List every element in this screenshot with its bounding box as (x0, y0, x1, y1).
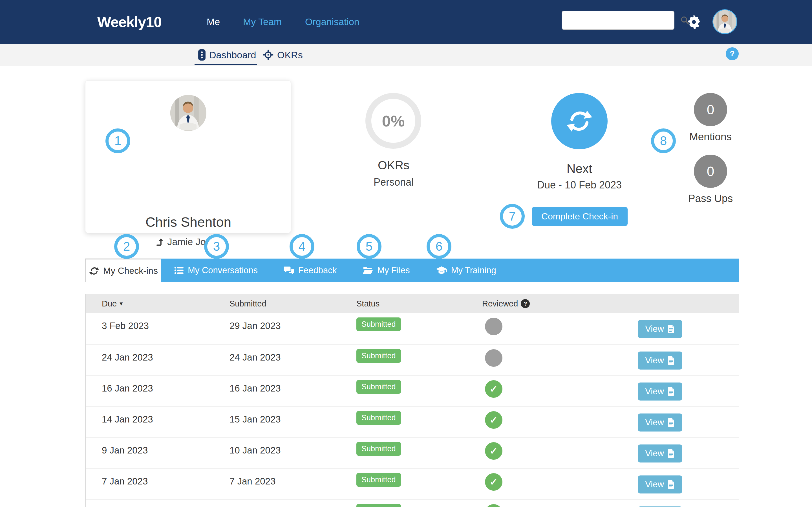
status-badge: Submitted (356, 442, 401, 456)
view-button[interactable]: View (638, 445, 682, 462)
profile-name: Chris Shenton (86, 214, 291, 230)
reviewed-indicator (485, 318, 502, 335)
submitted-date: 16 Jan 2023 (230, 383, 356, 394)
submitted-date: 29 Jan 2023 (230, 321, 356, 331)
due-date: 3 Feb 2023 (102, 321, 230, 331)
okr-percent: 0% (382, 112, 405, 130)
view-button[interactable]: View (638, 413, 682, 432)
column-header-status[interactable]: Status (356, 299, 482, 308)
dashboard-icon (198, 49, 206, 61)
tab-feedback[interactable]: Feedback (271, 259, 350, 282)
view-button[interactable]: View (638, 320, 682, 338)
nav-item-organisation[interactable]: Organisation (305, 0, 359, 44)
app-logo[interactable]: Weekly10 (97, 0, 161, 44)
status-badge: Submitted (356, 318, 401, 331)
folder-tab-my-files[interactable]: My Files (350, 259, 423, 282)
target-icon (263, 50, 273, 60)
graduation-cap-icon (436, 266, 447, 275)
due-date: 9 Jan 2023 (102, 445, 230, 456)
walkthrough-badge-8: 8 (651, 128, 676, 153)
next-checkin-title: Next (523, 162, 636, 176)
tab-my-conversations[interactable]: My Conversations (161, 259, 271, 282)
panel-tabbar: My Check-ins My Conversations (85, 259, 739, 282)
next-checkin-due: Due - 10 Feb 2023 (523, 179, 636, 191)
column-header-reviewed[interactable]: Reviewed ? (482, 299, 638, 308)
complete-checkin-button[interactable]: Complete Check-in (532, 207, 627, 226)
view-button[interactable]: View (638, 475, 682, 494)
document-icon (668, 325, 675, 333)
walkthrough-badge-4: 4 (290, 234, 314, 259)
pass-ups-count: 0 (694, 155, 727, 188)
user-avatar[interactable] (712, 9, 737, 34)
search-box (562, 11, 674, 30)
active-tab-underline (195, 64, 257, 65)
mentions-count: 0 (694, 93, 727, 126)
list-icon (174, 266, 184, 275)
document-icon (668, 449, 675, 458)
submitted-date: 15 Jan 2023 (230, 414, 356, 425)
tab-okrs-label: OKRs (277, 50, 303, 61)
sort-caret-icon[interactable]: ▾ (119, 300, 123, 307)
reviewed-indicator (485, 473, 502, 491)
tab-okrs[interactable]: OKRs (263, 44, 303, 66)
next-checkin-circle[interactable] (551, 93, 608, 149)
view-button[interactable]: View (638, 383, 682, 400)
table-row: 9 Jan 2023 10 Jan 2023 Submitted View (86, 437, 739, 468)
tab-dashboard[interactable]: Dashboard (198, 44, 256, 66)
reviewed-indicator (485, 380, 502, 398)
nav-item-my-team[interactable]: My Team (243, 0, 282, 44)
gear-icon[interactable] (687, 0, 701, 44)
table-row: 3 Feb 2023 29 Jan 2023 Submitted View (86, 313, 739, 344)
checkins-table: Due ▾ Submitted Status Reviewed ? 3 Feb … (85, 294, 739, 507)
status-badge: Submitted (356, 473, 401, 487)
document-icon (668, 356, 675, 365)
status-badge: Submitted (356, 504, 401, 507)
tab-my-checkins[interactable]: My Check-ins (85, 259, 161, 282)
okr-title: OKRs (351, 159, 436, 172)
okr-subtitle: Personal (351, 176, 436, 188)
search-input[interactable] (562, 11, 680, 29)
table-row: 16 Jan 2023 16 Jan 2023 Submitted View (86, 375, 739, 406)
due-date: 14 Jan 2023 (102, 414, 230, 425)
reviewed-help-icon[interactable]: ? (521, 299, 530, 308)
pass-ups-label: Pass Ups (660, 193, 761, 205)
status-badge: Submitted (356, 349, 401, 363)
walkthrough-badge-2: 2 (114, 234, 139, 259)
table-row: 7 Jan 2023 7 Jan 2023 Submitted View (86, 468, 739, 499)
help-icon[interactable]: ? (726, 47, 739, 60)
walkthrough-badge-3: 3 (204, 234, 229, 259)
table-row: Submitted View (86, 499, 739, 507)
column-header-due[interactable]: Due ▾ (102, 299, 230, 308)
reviewed-indicator (485, 442, 502, 460)
okr-progress-ring: 0% (365, 93, 421, 149)
submitted-date: 10 Jan 2023 (230, 445, 356, 456)
document-icon (668, 387, 675, 396)
tab-dashboard-label: Dashboard (209, 50, 256, 61)
walkthrough-badge-7: 7 (500, 204, 525, 229)
reviewed-indicator (485, 504, 502, 507)
document-icon (668, 480, 675, 489)
chat-bubbles-icon (284, 266, 294, 275)
sync-icon (566, 108, 593, 135)
due-date: 24 Jan 2023 (102, 352, 230, 363)
walkthrough-badge-1: 1 (105, 128, 130, 153)
level-up-icon (156, 238, 164, 246)
submitted-date: 24 Jan 2023 (230, 352, 356, 363)
submitted-date: 7 Jan 2023 (230, 476, 356, 487)
table-row: 14 Jan 2023 15 Jan 2023 Submitted View (86, 406, 739, 437)
status-badge: Submitted (356, 380, 401, 394)
due-date: 16 Jan 2023 (102, 383, 230, 394)
reviewed-indicator (485, 411, 502, 429)
secondary-navbar: Dashboard OKRs (0, 44, 812, 66)
view-button[interactable]: View (638, 351, 682, 370)
due-date: 7 Jan 2023 (102, 476, 230, 487)
column-header-submitted[interactable]: Submitted (230, 299, 356, 308)
nav-item-me[interactable]: Me (207, 0, 220, 44)
walkthrough-badge-6: 6 (426, 234, 451, 259)
walkthrough-badge-5: 5 (357, 234, 382, 259)
profile-photo (170, 95, 206, 131)
tab-my-training[interactable]: My Training (423, 259, 509, 282)
folder-open-icon (363, 266, 373, 275)
sync-icon (89, 266, 99, 276)
table-row: 24 Jan 2023 24 Jan 2023 Submitted View (86, 344, 739, 375)
